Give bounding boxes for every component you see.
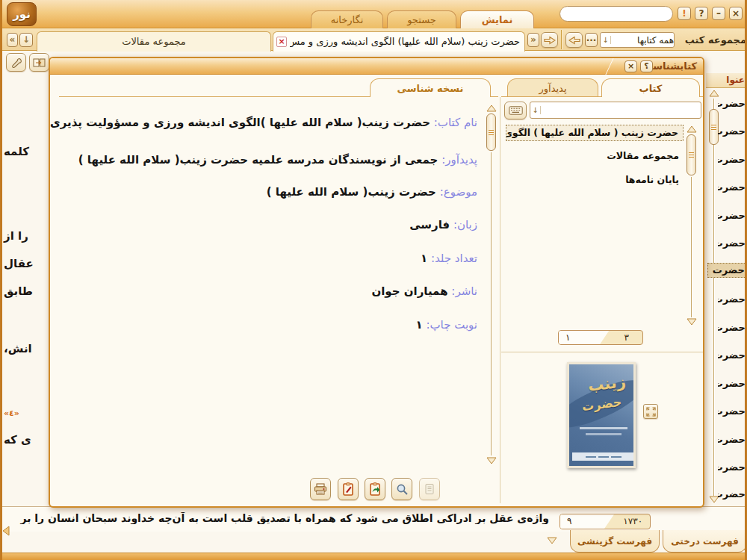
scroll-down-icon[interactable] (547, 537, 557, 544)
collection-combo-value: همه كتابها (611, 35, 674, 46)
fields-scrollbar-track[interactable] (491, 152, 492, 455)
tab-tree-index[interactable]: فهرست درختى (663, 530, 747, 553)
more-tabs-button[interactable]: » (527, 33, 539, 47)
tab-display[interactable]: نمايش (460, 10, 534, 28)
title-list-item-selected[interactable]: حضرت (707, 263, 747, 278)
title-list-item[interactable]: حضرت (718, 237, 747, 252)
title-list-item[interactable]: حضرت (718, 321, 747, 336)
field-book-name: نام كتاب: حضرت زينب( سلام الله عليها )ال… (50, 116, 477, 129)
document-button[interactable] (419, 478, 440, 500)
back-button[interactable] (565, 32, 583, 48)
book-tab-hazrat[interactable]: × حضرت زينب (سلام الله عليها) الگوى اندي… (273, 31, 525, 52)
scroll-down-icon[interactable] (686, 318, 697, 326)
collection-label: مجموعه كتب (676, 34, 746, 46)
book-list-scrollbar-track[interactable] (691, 177, 692, 317)
title-list-item[interactable]: حضرت (718, 125, 747, 140)
title-list-item[interactable]: حضرت (718, 293, 747, 308)
keyboard-button[interactable] (504, 102, 527, 119)
book-list-item-selected[interactable]: حضرت زينب ( سلام الله عليها ) الگوى اند … (506, 125, 684, 141)
tab-author-pane[interactable]: پديدآور (507, 78, 598, 97)
combo-dropdown-icon[interactable]: ↓ (601, 36, 611, 44)
book-list-pager-total: ۳ (610, 332, 642, 343)
field-label: زبان (457, 218, 477, 231)
title-list-item[interactable]: حضرت (718, 153, 747, 168)
page-indicator[interactable]: ۹ ۱۷۳۰ (560, 514, 651, 529)
window-bottom-edge (2, 553, 747, 560)
tab-book-pane[interactable]: كتاب (601, 78, 700, 97)
field-author: پديدآور: جمعى از نويسندگان مدرسه علميه ح… (78, 153, 477, 167)
minimize-button[interactable]: – (712, 7, 725, 20)
page-total: ۱۷۳۰ (616, 516, 650, 526)
title-column-scrollbar-track[interactable] (713, 99, 714, 496)
collapse-tabs-button[interactable]: « (7, 33, 18, 47)
dual-view-button[interactable] (29, 53, 49, 72)
alert-button[interactable]: ! (678, 7, 691, 20)
tabs-dropdown-button[interactable]: ↓ (19, 33, 33, 47)
export-note-button[interactable] (365, 478, 385, 500)
global-search-input[interactable] (565, 8, 676, 19)
book-list-item[interactable]: مجموعه مقالات (506, 149, 684, 165)
window-help-button[interactable]: ? (695, 7, 708, 20)
window-close-button[interactable]: × (729, 7, 743, 20)
dialog-titlebar[interactable]: كتابشناسى × ؟ (50, 58, 703, 75)
book-list-pager[interactable]: ۱ ۳ (558, 330, 643, 345)
tab-selective-index[interactable]: فهرست گزينشى (570, 530, 660, 553)
scroll-up-icon[interactable] (686, 125, 697, 133)
printer-icon (314, 483, 327, 495)
scroll-down-icon[interactable] (486, 457, 497, 464)
magnifier-icon (396, 483, 409, 496)
book-tab-close-icon[interactable]: × (276, 37, 287, 47)
dialog-close-button[interactable]: × (624, 60, 637, 72)
tab-selective-index-label: فهرست گزينشى (577, 536, 652, 547)
forward-button[interactable] (541, 32, 558, 48)
book-list-scrollbar-thumb[interactable] (686, 134, 696, 175)
field-label: نوبت چاپ (430, 318, 477, 332)
title-list-item[interactable]: حضرت (718, 349, 747, 364)
content-fragment: ى كه (4, 433, 31, 447)
title-list-item[interactable]: حضرت (718, 433, 747, 448)
scroll-left-icon[interactable] (2, 526, 10, 536)
tab-gallery[interactable]: نگارخانه (311, 10, 383, 28)
scroll-up-icon[interactable] (709, 90, 719, 97)
app-logo[interactable]: نور (7, 2, 37, 26)
book-tab-maghalat[interactable]: مجموعه مقالات (37, 31, 271, 52)
document-icon (424, 483, 435, 495)
book-list-pager-current: ۱ (565, 332, 570, 343)
title-list-item[interactable]: حضرت (718, 181, 747, 196)
book-filter-combo[interactable]: ↓ (530, 102, 701, 119)
content-fragment: طابق (4, 284, 33, 298)
combo-dropdown-icon[interactable]: ↓ (530, 106, 541, 114)
tab-edition-info-label: نسخه شناسى (397, 83, 464, 94)
book-cover-image[interactable]: زينب حضرت (567, 362, 636, 468)
dialog-help-button[interactable]: ؟ (640, 60, 653, 72)
field-subject: موضوع: حضرت زينب( سلام الله عليها ) (267, 185, 477, 199)
field-value: همياران جوان (371, 284, 447, 298)
edit-note-button[interactable] (338, 478, 359, 500)
field-value: فارسى (409, 218, 450, 231)
title-list-item[interactable]: حضرت (718, 461, 747, 476)
tab-search[interactable]: جستجو (387, 10, 456, 28)
title-list-item[interactable]: حضرت (718, 209, 747, 224)
tools-button[interactable] (6, 53, 26, 72)
global-search (560, 6, 673, 22)
app-logo-text: نور (13, 7, 31, 21)
arrow-right-icon (544, 36, 556, 45)
title-list-item[interactable]: حضرت (718, 488, 747, 503)
tab-book-pane-label: كتاب (639, 83, 663, 94)
print-button[interactable] (310, 478, 331, 500)
book-list-item[interactable]: پايان نامه‌ها (506, 172, 684, 189)
tab-author-pane-label: پديدآور (539, 83, 566, 94)
footnote-marker: «٤» (4, 408, 19, 418)
title-list-item[interactable]: حضرت (718, 97, 747, 112)
ellipsis-button[interactable]: ... (585, 33, 598, 47)
title-list-item[interactable]: حضرت (718, 377, 747, 392)
tab-edition-info[interactable]: نسخه شناسى (370, 78, 491, 97)
title-list-item[interactable]: حضرت (718, 405, 747, 420)
page-current: ۹ (567, 516, 571, 526)
expand-cover-button[interactable] (643, 404, 658, 419)
content-fragment: كلمه (4, 145, 29, 158)
collection-combo[interactable]: ↓ همه كتابها (600, 32, 675, 48)
zoom-button[interactable] (391, 478, 412, 500)
fields-scrollbar-thumb[interactable] (486, 113, 496, 151)
scroll-up-icon[interactable] (486, 105, 497, 112)
